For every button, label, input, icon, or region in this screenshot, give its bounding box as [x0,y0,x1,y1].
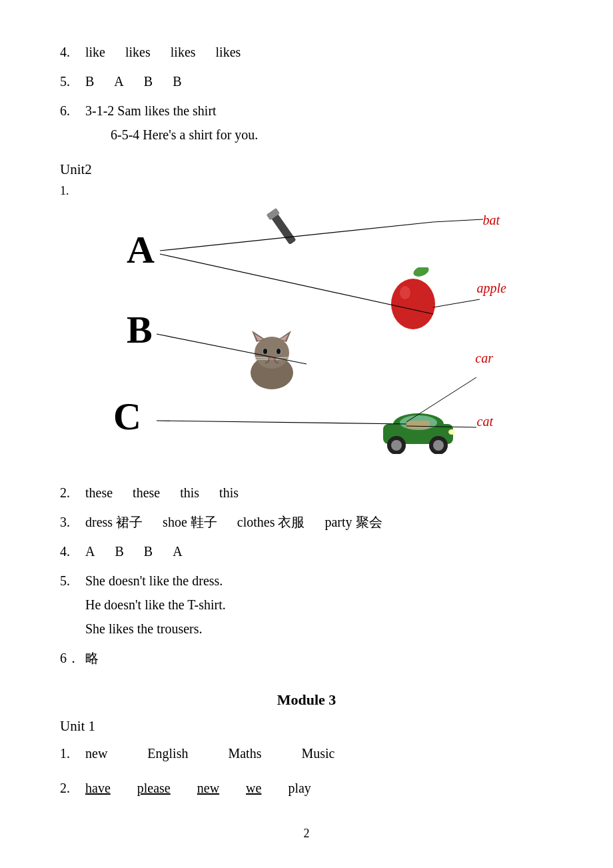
module3-title: Module 3 [60,691,553,709]
item3-parts: dress 裙子 shoe 鞋子 clothes 衣服 party 聚会 [85,510,382,534]
item6-line1: 3-1-2 Sam likes the shirt [85,99,258,123]
item1-num: 1. [60,184,69,198]
item6-num: 6. [60,99,85,147]
m3-answer-item-1: 1. new English Maths Music [60,741,553,765]
item6b-text: 略 [85,646,99,670]
cat-image [240,327,300,387]
item6b-num: 6． [60,646,85,670]
letter-a: A [127,227,155,272]
car-image [380,397,453,451]
item5b-line2: He doesn't like the T-shirt. [85,593,226,617]
m3-item2-num: 2. [60,776,85,800]
svg-point-28 [448,429,455,435]
svg-line-35 [433,299,480,307]
label-bat: bat [482,213,500,228]
item5-words: B A B B [85,69,181,93]
label-car: car [475,351,493,366]
m3-word-we: we [246,776,261,800]
item5b-line3: She likes the trousers. [85,617,226,641]
answer-item-2: 2. these these this this [60,481,553,505]
item4-words: like likes likes likes [85,40,241,64]
item5b-line1: She doesn't like the dress. [85,569,226,593]
item5-num: 5. [60,69,85,93]
label-cat: cat [477,414,493,429]
letter-b: B [127,307,153,352]
answer-item-4: 4. like likes likes likes [60,40,553,64]
m3-item1-words: new English Maths Music [85,741,334,765]
unit2-title: Unit2 [60,159,553,181]
svg-point-27 [433,440,444,451]
item5b-content: She doesn't like the dress. He doesn't l… [85,569,226,641]
item2-words: these these this this [85,481,239,505]
answer-item-5b: 5. She doesn't like the dress. He doesn'… [60,569,553,641]
letter-c: C [113,394,141,439]
apple-image [386,267,440,327]
diagram-section: A B C bat apple car cat [107,201,506,474]
item3-num: 3. [60,510,85,534]
svg-line-33 [157,421,406,424]
svg-point-7 [255,337,289,369]
svg-point-15 [277,349,281,354]
item4b-words: A B B A [85,539,183,563]
m3-word-please: please [137,776,171,800]
svg-point-4 [391,279,435,329]
answer-item-6b: 6． 略 [60,646,553,670]
m3-item2-words: have please new we play [85,776,311,800]
svg-rect-29 [406,421,430,429]
item6-line2: 6-5-4 Here's a shirt for you. [111,123,258,147]
bat-image [253,207,313,247]
answer-item-5: 5. B A B B [60,69,553,93]
answer-item-6: 6. 3-1-2 Sam likes the shirt 6-5-4 Here'… [60,99,553,147]
page-number: 2 [60,827,553,841]
item4-num: 4. [60,40,85,64]
m3-word-new: new [197,776,219,800]
unit1-title: Unit 1 [60,718,553,735]
m3-answer-item-2: 2. have please new we play [60,776,553,800]
m3-item1-num: 1. [60,741,85,765]
svg-line-34 [433,219,483,222]
svg-point-14 [263,349,267,354]
item6-content: 3-1-2 Sam likes the shirt 6-5-4 Here's a… [85,99,258,147]
label-apple: apple [477,281,506,296]
answer-item-3: 3. dress 裙子 shoe 鞋子 clothes 衣服 party 聚会 [60,510,553,534]
item5b-num: 5. [60,569,85,641]
m3-word-have: have [85,776,111,800]
item2-num: 2. [60,481,85,505]
m3-word-play: play [288,776,310,800]
answer-item-4b: 4. A B B A [60,539,553,563]
item4b-num: 4. [60,539,85,563]
svg-point-3 [412,267,430,279]
svg-point-5 [400,286,410,299]
svg-point-25 [391,440,402,451]
